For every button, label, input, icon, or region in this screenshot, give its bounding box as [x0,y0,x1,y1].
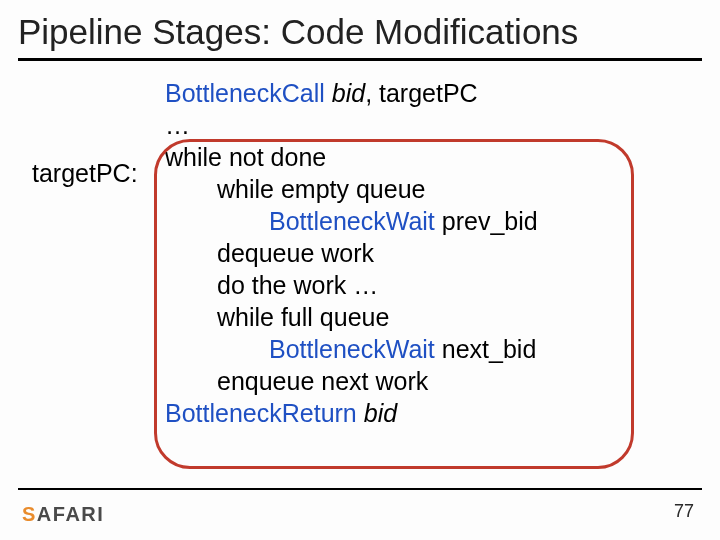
code-line-1: BottleneckCall bid, targetPC [165,77,538,109]
code-line-11: BottleneckReturn bid [165,397,538,429]
bottleneckcall-keyword: BottleneckCall [165,79,325,107]
safari-logo: SAFARI [22,503,104,526]
code-line-7: do the work … [165,269,538,301]
bid-arg: bid [325,79,365,107]
logo-s: S [22,503,37,525]
code-line-9: BottleneckWait next_bid [165,333,538,365]
code-line-3: while not done [165,141,538,173]
next-bid: next_bid [442,335,537,363]
code-l1-rest: , targetPC [365,79,478,107]
code-line-4: while empty queue [165,173,538,205]
bid-return-arg: bid [357,399,397,427]
logo-rest: AFARI [37,503,105,525]
content-area: targetPC: BottleneckCall bid, targetPC …… [0,61,720,81]
bottleneckwait1-keyword: BottleneckWait [269,207,442,235]
code-line-5: BottleneckWait prev_bid [165,205,538,237]
code-line-8: while full queue [165,301,538,333]
pseudocode-block: BottleneckCall bid, targetPC … while not… [165,77,538,429]
slide-title: Pipeline Stages: Code Modifications [0,0,720,52]
bottleneckreturn-keyword: BottleneckReturn [165,399,357,427]
targetpc-label: targetPC: [32,159,138,188]
footer-divider [18,488,702,490]
prev-bid: prev_bid [442,207,538,235]
code-line-2: … [165,109,538,141]
code-line-6: dequeue work [165,237,538,269]
page-number: 77 [674,501,694,522]
bottleneckwait2-keyword: BottleneckWait [269,335,442,363]
code-line-10: enqueue next work [165,365,538,397]
